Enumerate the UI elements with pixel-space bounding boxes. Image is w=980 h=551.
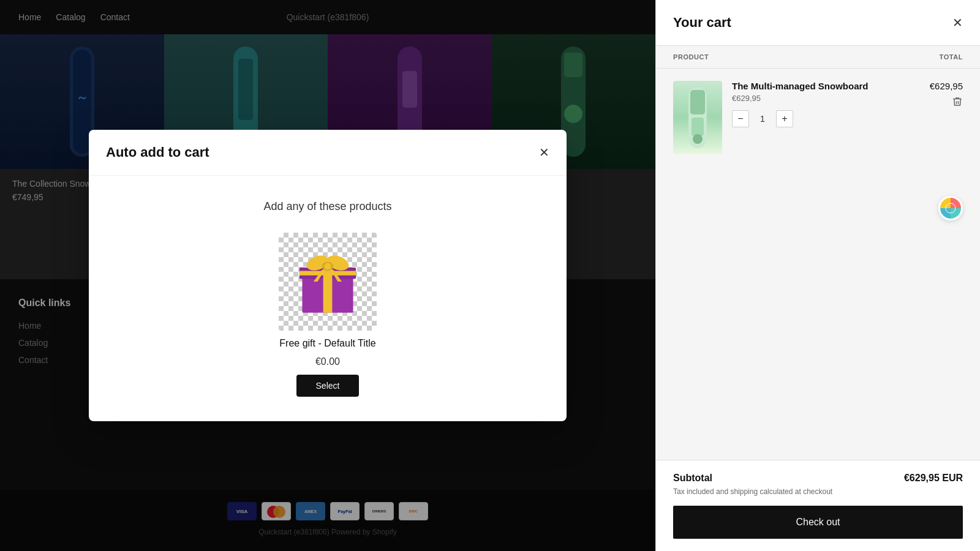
cart-col-total: TOTAL	[940, 53, 963, 61]
gift-product-image	[279, 233, 377, 331]
modal-header: Auto add to cart ✕	[89, 130, 567, 176]
cart-item-details: The Multi-managed Snowboard €629,95 − 1 …	[732, 81, 920, 127]
cart-item-name: The Multi-managed Snowboard	[732, 81, 920, 91]
modal-body: Add any of these products	[89, 176, 567, 421]
svg-rect-19	[690, 90, 705, 114]
qty-increase-button[interactable]: +	[776, 110, 793, 127]
gift-products-list: Free gift - Default Title €0.00 Select	[266, 233, 389, 397]
svg-rect-20	[692, 118, 704, 136]
cart-items: The Multi-managed Snowboard €629,95 − 1 …	[656, 69, 980, 460]
cart-item: The Multi-managed Snowboard €629,95 − 1 …	[673, 81, 963, 154]
cart-item-price: €629,95	[732, 94, 920, 103]
gift-product-item: Free gift - Default Title €0.00 Select	[266, 233, 389, 397]
tax-note: Tax included and shipping calculated at …	[673, 487, 963, 496]
site-background: Home Catalog Contact Quickstart (e381f80…	[0, 0, 655, 551]
gift-product-price: €0.00	[315, 356, 340, 367]
modal-title: Auto add to cart	[106, 144, 209, 160]
subtotal-value: €629,95 EUR	[904, 473, 963, 484]
cart-header: Your cart ✕	[656, 0, 980, 46]
svg-point-21	[693, 134, 703, 144]
subtotal-label: Subtotal	[673, 473, 712, 484]
gift-select-button[interactable]: Select	[296, 375, 360, 397]
cart-columns: PRODUCT TOTAL	[656, 46, 980, 69]
auto-add-modal: Auto add to cart ✕ Add any of these prod…	[89, 130, 567, 421]
cart-item-image	[673, 81, 722, 154]
qty-decrease-button[interactable]: −	[732, 110, 749, 127]
svg-point-22	[946, 203, 956, 213]
subtotal-row: Subtotal €629,95 EUR	[673, 473, 963, 484]
modal-subtitle: Add any of these products	[263, 200, 391, 213]
svg-rect-13	[300, 271, 356, 275]
cart-footer: Subtotal €629,95 EUR Tax included and sh…	[656, 460, 980, 551]
cart-close-button[interactable]: ✕	[952, 15, 963, 30]
checkout-button[interactable]: Check out	[673, 506, 963, 539]
modal-close-button[interactable]: ✕	[539, 145, 549, 160]
gift-checkerboard-bg	[279, 233, 377, 331]
cart-sidebar: Your cart ✕ PRODUCT TOTAL The Multi-mana…	[655, 0, 980, 551]
delete-item-button[interactable]	[952, 96, 963, 110]
gift-box-svg	[291, 245, 364, 318]
cart-col-product: PRODUCT	[673, 53, 709, 61]
svg-point-17	[324, 263, 331, 270]
modal-overlay[interactable]: Auto add to cart ✕ Add any of these prod…	[0, 0, 655, 551]
polaris-badge	[938, 196, 963, 220]
cart-title: Your cart	[673, 15, 731, 31]
cart-item-controls: − 1 +	[732, 110, 920, 127]
gift-product-name: Free gift - Default Title	[279, 338, 375, 349]
qty-value: 1	[756, 114, 769, 124]
cart-item-total: €629,95	[930, 81, 963, 91]
